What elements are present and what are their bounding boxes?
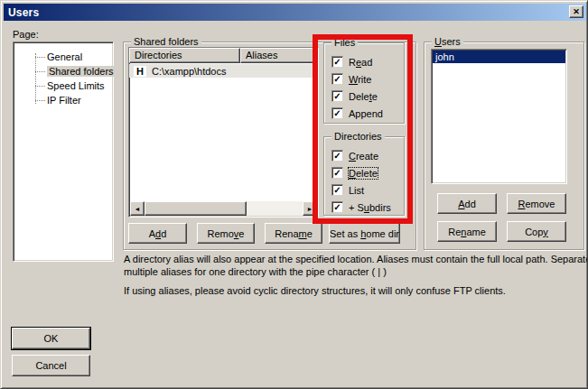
dir-delete-label[interactable]: Delete	[349, 168, 378, 179]
check-icon: ✓	[333, 58, 341, 67]
append-label[interactable]: Append	[349, 108, 383, 119]
append-option: ✓ Append	[331, 105, 402, 122]
check-icon: ✓	[333, 169, 341, 178]
subdirs-checkbox[interactable]: ✓	[331, 201, 343, 213]
set-as-home-dir-button[interactable]: Set as home dir	[329, 223, 400, 244]
tree-item-speed-limits[interactable]: Speed Limits	[14, 79, 113, 93]
page-tree[interactable]: General Shared folders Speed Limits IP F…	[13, 42, 114, 262]
column-header-directories[interactable]: Directories	[129, 48, 240, 63]
listview-header: Directories Aliases	[129, 48, 318, 63]
user-add-button[interactable]: Add	[437, 193, 497, 214]
files-permissions-group: Files ✓ Read ✓ Write ✓ Delete ✓ Append	[323, 42, 405, 124]
read-label[interactable]: Read	[349, 57, 372, 68]
horizontal-scrollbar[interactable]: ◄ ►	[130, 201, 317, 216]
subdirs-option: ✓ + Subdirs	[331, 199, 402, 216]
title-bar[interactable]: Users ✕	[4, 4, 586, 21]
tree-item-shared-folders[interactable]: Shared folders	[14, 64, 113, 79]
tree-item-ip-filter[interactable]: IP Filter	[14, 93, 113, 107]
write-option: ✓ Write	[331, 70, 402, 88]
window-title: Users	[8, 6, 39, 19]
list-option: ✓ List	[331, 181, 402, 199]
user-list-item[interactable]: john	[433, 51, 565, 63]
page-label: Page:	[13, 29, 39, 40]
column-header-aliases[interactable]: Aliases	[240, 48, 318, 63]
scroll-left-button[interactable]: ◄	[130, 201, 145, 216]
directories-permissions-group: Directories ✓ Create ✓ Delete ✓ List ✓ +…	[323, 136, 405, 216]
users-dialog: Users ✕ Page: General Shared folders Spe…	[0, 0, 588, 389]
scroll-right-icon: ►	[307, 206, 313, 212]
append-checkbox[interactable]: ✓	[331, 107, 343, 119]
subdirs-label[interactable]: + Subdirs	[349, 202, 391, 213]
write-checkbox[interactable]: ✓	[331, 73, 343, 85]
list-label[interactable]: List	[349, 185, 364, 196]
file-delete-label[interactable]: Delete	[349, 91, 378, 102]
scroll-left-icon: ◄	[135, 206, 141, 212]
check-icon: ✓	[333, 152, 341, 161]
user-rename-button[interactable]: Rename	[437, 221, 497, 242]
shared-rename-button[interactable]: Rename	[265, 223, 322, 244]
home-dir-marker: H	[134, 66, 146, 77]
directory-path: C:\xampp\htdocs	[146, 66, 227, 77]
cyclic-note: If using aliases, please avoid cyclic di…	[124, 284, 588, 297]
scrollbar-track[interactable]	[247, 201, 303, 216]
read-option: ✓ Read	[331, 53, 402, 70]
check-icon: ✓	[333, 203, 341, 212]
shared-add-button[interactable]: Add	[128, 223, 187, 244]
write-label[interactable]: Write	[349, 74, 371, 85]
check-icon: ✓	[333, 109, 341, 118]
notes: A directory alias will also appear at th…	[124, 253, 588, 297]
directories-group-label: Directories	[331, 130, 385, 143]
scroll-right-button[interactable]: ►	[303, 201, 317, 216]
create-option: ✓ Create	[331, 147, 402, 164]
close-icon: ✕	[573, 8, 580, 16]
tree-item-general[interactable]: General	[14, 50, 113, 64]
read-checkbox[interactable]: ✓	[331, 56, 343, 68]
close-button[interactable]: ✕	[569, 5, 583, 18]
check-icon: ✓	[333, 186, 341, 195]
list-checkbox[interactable]: ✓	[331, 184, 343, 196]
dir-delete-checkbox[interactable]: ✓	[331, 167, 343, 179]
user-remove-button[interactable]: Remove	[507, 193, 566, 214]
check-icon: ✓	[333, 75, 341, 84]
check-icon: ✓	[333, 92, 341, 101]
create-label[interactable]: Create	[349, 151, 378, 162]
file-delete-checkbox[interactable]: ✓	[331, 90, 343, 102]
alias-note: A directory alias will also appear at th…	[124, 253, 588, 278]
ok-button[interactable]: OK	[12, 328, 90, 349]
directories-listview[interactable]: Directories Aliases H C:\xampp\htdocs ◄ …	[128, 47, 319, 218]
users-listbox[interactable]: john	[431, 49, 567, 184]
user-copy-button[interactable]: Copy	[507, 221, 566, 242]
shared-folders-group-label: Shared folders	[131, 35, 201, 48]
cancel-button[interactable]: Cancel	[12, 355, 90, 376]
scrollbar-thumb[interactable]	[145, 201, 247, 216]
files-group-label: Files	[331, 36, 358, 49]
users-group-label: Users	[432, 35, 463, 48]
create-checkbox[interactable]: ✓	[331, 150, 343, 162]
directory-row[interactable]: H C:\xampp\htdocs	[129, 64, 318, 78]
dir-delete-option: ✓ Delete	[331, 164, 402, 181]
file-delete-option: ✓ Delete	[331, 88, 402, 105]
shared-remove-button[interactable]: Remove	[197, 223, 255, 244]
